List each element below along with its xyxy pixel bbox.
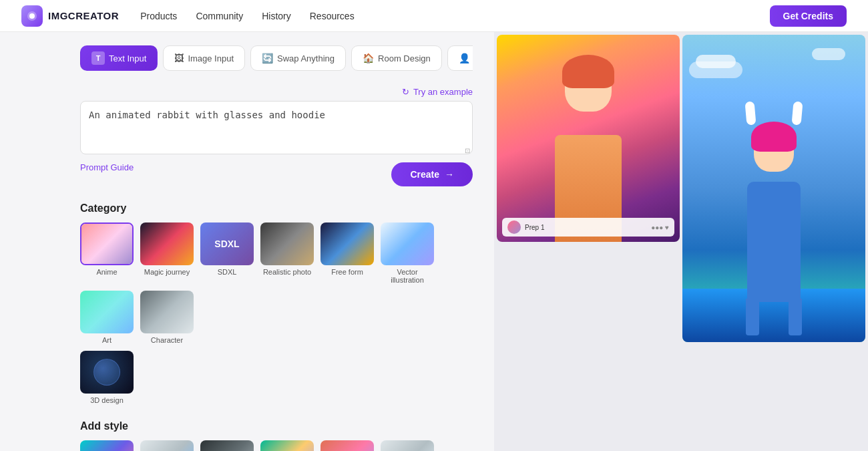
gallery-panel: Prep 1 ●●● ♥ (494, 32, 868, 451)
svg-point-1 (29, 13, 35, 19)
cat-img-magic (140, 222, 194, 265)
tab-room-design[interactable]: 🏠 Room Design (351, 45, 442, 71)
social-text: Prep 1 (525, 224, 544, 231)
style-img-anime-drawing (260, 440, 314, 451)
cat-item-anime[interactable]: Anime (80, 222, 134, 284)
cat-item-vector[interactable]: Vector illustration (381, 222, 434, 284)
cat-img-realistic (260, 222, 314, 265)
gallery-col-2 (682, 35, 865, 342)
social-controls: ●●● ♥ (651, 224, 669, 231)
gallery-col-1: Prep 1 ●●● ♥ (497, 35, 680, 242)
nav-products[interactable]: Products (140, 11, 177, 21)
cat-img-free (320, 222, 374, 265)
nav-links: Products Community History Resources (140, 11, 769, 21)
prompt-actions: Prompt Guide Create → (80, 157, 473, 186)
nav-history[interactable]: History (262, 11, 291, 21)
cat-label-art: Art (102, 336, 112, 344)
cat-img-sdxl: SDXL (200, 222, 254, 265)
add-style-title: Add style (80, 420, 473, 432)
avatar-small (507, 220, 521, 234)
tab-swap-anything[interactable]: 🔄 Swap Anything (250, 45, 346, 71)
cat-img-3d (80, 351, 134, 394)
navigation: IMGCREATOR Products Community History Re… (0, 0, 868, 32)
tab-image-input[interactable]: 🖼 Image Input (163, 45, 245, 71)
room-icon: 🏠 (363, 53, 374, 63)
cat-label-character: Character (151, 336, 183, 344)
gallery-image-2[interactable] (682, 35, 865, 342)
tab-image-input-label: Image Input (188, 53, 234, 63)
style-img-anime-classic (381, 440, 434, 451)
cat-label-anime: Anime (96, 268, 117, 276)
cat-label-realistic: Realistic photo (263, 268, 311, 276)
cat-label-sdxl: SDXL (218, 268, 237, 276)
tab-swap-label: Swap Anything (277, 53, 335, 63)
main-content: T Text Input 🖼 Image Input 🔄 Swap Anythi… (0, 32, 868, 451)
style-item-anime-vivacity[interactable]: Anime Vivacity (80, 440, 134, 451)
try-example-label: Try an example (413, 87, 473, 97)
social-overlay: Prep 1 ●●● ♥ (502, 218, 674, 237)
tab-text-input[interactable]: T Text Input (80, 45, 158, 71)
logo-text: IMGCREATOR (48, 10, 119, 21)
cat-item-art[interactable]: Art (80, 291, 134, 344)
style-item-anime-drawing[interactable]: Anime Drawing (260, 440, 314, 451)
style-item-anime-classic[interactable]: Anime Classic (381, 440, 434, 451)
cat-item-sdxl[interactable]: SDXL SDXL (200, 222, 254, 284)
prompt-input[interactable]: An animated rabbit with glasses and hood… (80, 101, 473, 154)
swap-icon: 🔄 (262, 53, 273, 63)
style-img-colorful (320, 440, 374, 451)
get-credits-button[interactable]: Get Credits (770, 5, 847, 27)
prompt-area: An animated rabbit with glasses and hood… (80, 101, 473, 157)
tab-bar: T Text Input 🖼 Image Input 🔄 Swap Anythi… (80, 45, 473, 71)
cat-img-anime (80, 222, 134, 265)
logo-icon (21, 5, 43, 27)
category-title: Category (80, 202, 473, 214)
text-input-icon: T (91, 51, 105, 65)
nav-community[interactable]: Community (196, 11, 243, 21)
tab-ai-human[interactable]: 👤 AI Human (447, 45, 473, 71)
style-item-japanese[interactable]: Japanese Anime (140, 440, 194, 451)
cat-label-magic: Magic journey (144, 268, 190, 276)
style-item-maturemale[interactable]: maturemale drawingmix (200, 440, 254, 451)
gallery-image-1[interactable]: Prep 1 ●●● ♥ (497, 35, 680, 242)
tab-room-label: Room Design (378, 53, 431, 63)
logo[interactable]: IMGCREATOR (21, 5, 119, 27)
style-item-colorful[interactable]: Colorful (320, 440, 374, 451)
cat-label-vector: Vector illustration (381, 268, 434, 284)
tab-text-input-label: Text Input (109, 53, 146, 63)
cat-item-3d[interactable]: 3D design (80, 351, 134, 404)
cat-item-free[interactable]: Free form (320, 222, 374, 284)
category-grid: Anime Magic journey SDXL SDXL Realistic … (80, 222, 473, 344)
style-img-japanese (140, 440, 194, 451)
resize-handle: ⊡ (465, 147, 470, 154)
refresh-icon: ↻ (402, 87, 409, 97)
style-img-anime-vivacity (80, 440, 134, 451)
try-example[interactable]: ↻ Try an example (80, 87, 473, 97)
arrow-icon: → (445, 169, 454, 180)
human-icon: 👤 (459, 53, 470, 63)
cat-img-art (80, 291, 134, 333)
cat-item-realistic[interactable]: Realistic photo (260, 222, 314, 284)
category-grid-row2: 3D design (80, 351, 473, 404)
cat-item-character[interactable]: Character (140, 291, 194, 344)
cat-label-3d: 3D design (90, 396, 124, 404)
cat-item-magic[interactable]: Magic journey (140, 222, 194, 284)
create-button[interactable]: Create → (391, 162, 473, 186)
cat-label-free: Free form (331, 268, 363, 276)
image-input-icon: 🖼 (174, 53, 184, 63)
style-img-maturemale (200, 440, 254, 451)
style-grid: Anime Vivacity Japanese Anime maturemale… (80, 440, 473, 451)
create-label: Create (410, 169, 439, 180)
cat-img-vector (381, 222, 434, 265)
left-panel: T Text Input 🖼 Image Input 🔄 Swap Anythi… (0, 32, 494, 451)
cat-img-character (140, 291, 194, 333)
nav-resources[interactable]: Resources (310, 11, 355, 21)
prompt-guide-link[interactable]: Prompt Guide (80, 162, 134, 172)
